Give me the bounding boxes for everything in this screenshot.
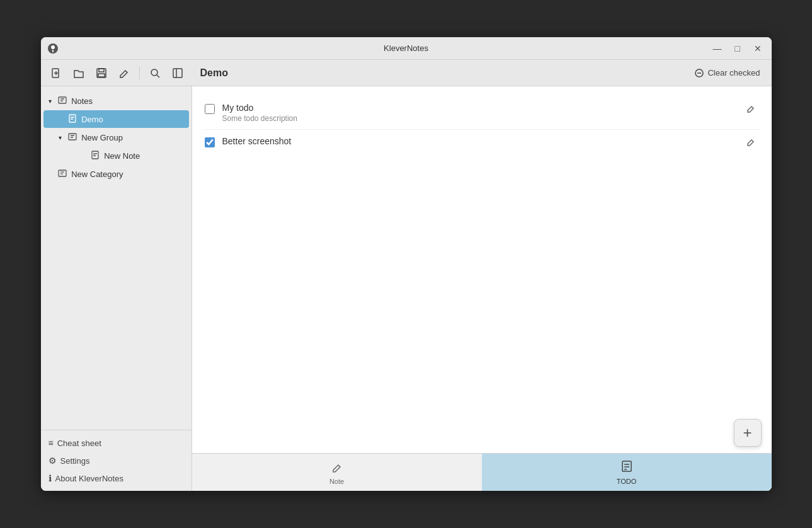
search-button[interactable] (145, 64, 165, 83)
svg-rect-18 (69, 115, 76, 122)
new-note-icon (91, 151, 100, 161)
new-category-icon (58, 169, 67, 180)
svg-rect-15 (59, 97, 66, 103)
todo-list: My todo Some todo description Better scr… (192, 86, 772, 453)
about-label: About KleverNotes (55, 474, 123, 483)
notes-label: Notes (71, 96, 93, 106)
new-note-label: New Note (104, 151, 140, 161)
sidebar-item-cheat-sheet[interactable]: ≡ Cheat sheet (41, 434, 192, 452)
new-category-label: New Category (71, 169, 123, 179)
settings-icon: ⚙ (49, 456, 57, 466)
sidebar-item-settings[interactable]: ⚙ Settings (41, 452, 192, 469)
new-group-icon (68, 132, 77, 143)
toolbar: Demo Clear checked (41, 60, 772, 86)
title-bar: KleverNotes — □ ✕ (41, 37, 772, 60)
svg-rect-24 (92, 151, 98, 159)
sidebar-item-demo[interactable]: ▾ Demo (43, 110, 189, 128)
sidebar: ▾ Notes ▾ (41, 86, 192, 491)
note-tab[interactable]: Note (192, 454, 482, 491)
main-area: ▾ Notes ▾ (41, 86, 772, 491)
cheat-sheet-icon: ≡ (49, 438, 54, 448)
app-logo (47, 43, 59, 54)
todo-checkbox-1[interactable] (205, 104, 215, 114)
clear-checked-button[interactable]: Clear checked (688, 66, 766, 81)
minimize-button[interactable]: — (709, 41, 726, 56)
note-tab-label: Note (329, 478, 344, 485)
demo-note-icon (68, 114, 77, 125)
save-button[interactable] (91, 64, 112, 83)
sidebar-item-new-category[interactable]: ▾ New Category (43, 165, 189, 183)
svg-rect-8 (98, 74, 105, 77)
svg-line-10 (157, 75, 159, 77)
edit-button[interactable] (114, 64, 134, 83)
todo-description-1: Some todo description (222, 114, 759, 123)
clear-checked-label: Clear checked (707, 68, 760, 77)
sidebar-item-new-group[interactable]: ▾ New Group (43, 129, 189, 146)
todo-checkbox-2[interactable] (205, 137, 215, 147)
toolbar-right: Clear checked (688, 66, 766, 81)
toolbar-left (46, 64, 188, 83)
notes-folder-icon (58, 96, 67, 106)
todo-edit-button-2[interactable] (743, 136, 759, 149)
sidebar-bottom: ≡ Cheat sheet ⚙ Settings ℹ About KleverN… (41, 430, 192, 491)
page-title: Demo (188, 67, 689, 79)
new-note-toolbar-button[interactable] (46, 64, 66, 83)
close-button[interactable]: ✕ (749, 41, 767, 56)
todo-title-2: Better screenshot (222, 136, 759, 146)
app-title: KleverNotes (384, 43, 428, 53)
info-icon: ℹ (49, 473, 52, 483)
sidebar-tree: ▾ Notes ▾ (41, 86, 192, 430)
sidebar-item-about[interactable]: ℹ About KleverNotes (41, 469, 192, 487)
sidebar-item-new-note[interactable]: ▾ New Note (43, 147, 189, 164)
svg-rect-2 (52, 50, 54, 52)
todo-tab-icon (620, 460, 633, 476)
maximize-button[interactable]: □ (729, 41, 746, 56)
window-controls: — □ ✕ (709, 41, 767, 56)
cheat-sheet-label: Cheat sheet (57, 439, 101, 448)
todo-edit-button-1[interactable] (743, 103, 759, 116)
svg-point-1 (51, 45, 55, 49)
add-todo-button[interactable]: + (734, 419, 762, 447)
bottom-tab-bar: Note TODO (192, 453, 772, 491)
table-row: My todo Some todo description (205, 96, 759, 130)
content-area: My todo Some todo description Better scr… (192, 86, 772, 491)
sidebar-item-notes[interactable]: ▾ Notes (43, 92, 189, 110)
todo-content-1: My todo Some todo description (222, 103, 759, 123)
todo-title-1: My todo (222, 103, 759, 113)
table-row: Better screenshot (205, 130, 759, 154)
sidebar-toggle-button[interactable] (168, 64, 188, 83)
toolbar-separator (139, 67, 140, 79)
svg-rect-21 (69, 134, 76, 140)
todo-tab-label: TODO (617, 478, 637, 485)
svg-point-9 (151, 69, 157, 76)
settings-label: Settings (60, 456, 90, 466)
svg-rect-11 (173, 69, 182, 77)
svg-rect-27 (59, 170, 66, 176)
svg-rect-7 (99, 69, 104, 72)
note-tab-icon (331, 460, 343, 476)
todo-tab[interactable]: TODO (482, 454, 772, 491)
open-button[interactable] (69, 64, 89, 83)
chevron-down-icon-group: ▾ (59, 134, 66, 141)
app-window: KleverNotes — □ ✕ (41, 37, 772, 491)
chevron-down-icon: ▾ (49, 98, 56, 105)
new-group-label: New Group (81, 133, 123, 142)
todo-content-2: Better screenshot (222, 136, 759, 146)
demo-label: Demo (81, 115, 103, 124)
